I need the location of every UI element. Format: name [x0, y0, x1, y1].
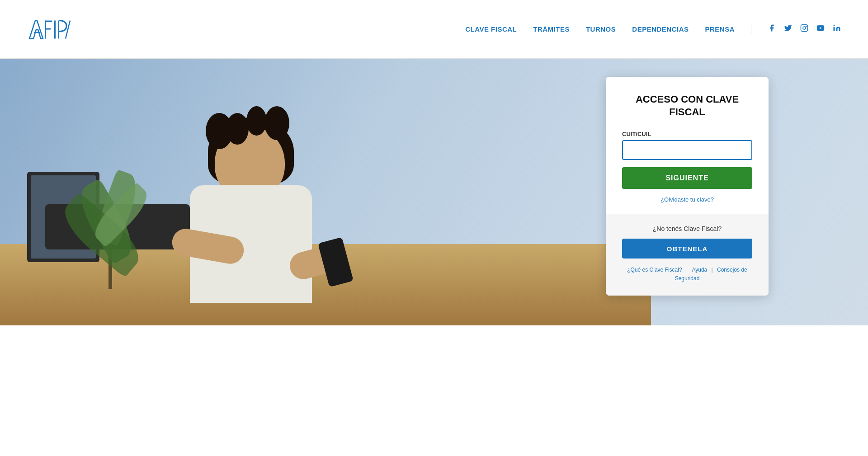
svg-rect-4 [45, 28, 51, 29]
svg-rect-5 [54, 20, 56, 38]
facebook-icon[interactable] [768, 24, 776, 34]
hero-section: ACCESO CON CLAVE FISCAL CUIT/CUIL SIGUIE… [0, 59, 868, 325]
afip-logo-svg [27, 16, 81, 43]
nav-dependencias[interactable]: DEPENDENCIAS [632, 25, 689, 33]
login-card-top: ACCESO CON CLAVE FISCAL CUIT/CUIL SIGUIE… [606, 77, 769, 214]
login-card: ACCESO CON CLAVE FISCAL CUIT/CUIL SIGUIE… [606, 77, 769, 296]
svg-marker-0 [29, 20, 43, 38]
separator-2: | [712, 267, 714, 273]
header: CLAVE FISCAL TRÁMITES TURNOS DEPENDENCIA… [0, 0, 868, 59]
cuit-label: CUIT/CUIL [622, 131, 752, 137]
login-card-bottom: ¿No tenés Clave Fiscal? OBTENELA ¿Qué es… [606, 214, 769, 296]
bottom-links: ¿Qué es Clave Fiscal? | Ayuda | Consejos… [622, 266, 752, 283]
nav-turnos[interactable]: TURNOS [586, 25, 616, 33]
cuit-form-group: CUIT/CUIL [622, 131, 752, 160]
forgot-password-link[interactable]: ¿Olvidaste tu clave? [622, 196, 752, 203]
twitter-icon[interactable] [784, 24, 792, 34]
svg-rect-3 [45, 20, 52, 22]
svg-rect-8 [801, 25, 808, 32]
siguiente-button[interactable]: SIGUIENTE [622, 167, 752, 189]
nav-prensa[interactable]: PRENSA [705, 25, 735, 33]
svg-point-10 [806, 26, 807, 27]
no-clave-text: ¿No tenés Clave Fiscal? [622, 225, 752, 232]
youtube-icon[interactable] [816, 24, 825, 34]
linkedin-icon[interactable] [833, 24, 841, 34]
cuit-input[interactable] [622, 140, 752, 160]
consejos-seguridad-link[interactable]: Consejos de Seguridad [675, 267, 747, 282]
svg-point-9 [803, 27, 806, 29]
ayuda-link[interactable]: Ayuda [692, 267, 707, 273]
person [163, 108, 353, 325]
svg-rect-6 [58, 20, 59, 38]
social-icons [768, 24, 841, 34]
logo [27, 16, 81, 43]
svg-rect-12 [834, 27, 835, 31]
separator-1: | [686, 267, 689, 273]
nav-tramites[interactable]: TRÁMITES [533, 25, 570, 33]
main-nav: CLAVE FISCAL TRÁMITES TURNOS DEPENDENCIA… [465, 24, 841, 34]
svg-point-13 [834, 25, 835, 26]
login-title: ACCESO CON CLAVE FISCAL [622, 93, 752, 118]
instagram-icon[interactable] [800, 24, 808, 34]
nav-clave-fiscal[interactable]: CLAVE FISCAL [465, 25, 517, 33]
obtenela-button[interactable]: OBTENELA [622, 239, 752, 259]
que-es-clave-fiscal-link[interactable]: ¿Qué es Clave Fiscal? [627, 267, 682, 273]
nav-divider [751, 25, 751, 34]
